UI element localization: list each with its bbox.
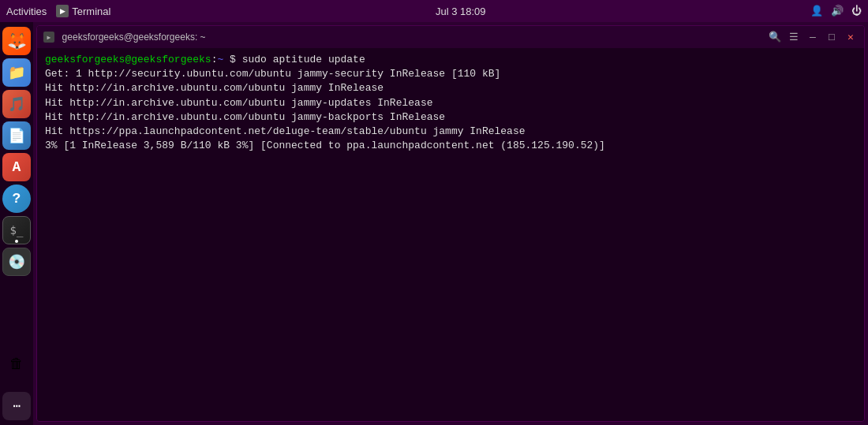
terminal-output-line: Hit http://in.archive.ubuntu.com/ubuntu … bbox=[45, 96, 856, 110]
text-editor-icon: 📄 bbox=[8, 127, 25, 144]
terminal-maximize-button[interactable]: □ bbox=[825, 30, 839, 44]
terminal-output-line: Hit http://in.archive.ubuntu.com/ubuntu … bbox=[45, 81, 856, 95]
dock-item-terminal[interactable]: $_ bbox=[2, 216, 31, 244]
terminal-taskbar-text: Terminal bbox=[72, 6, 110, 17]
terminal-window-title: geeksforgeeks@geeksforgeeks: ~ bbox=[62, 32, 206, 43]
dock-item-text-editor[interactable]: 📄 bbox=[2, 121, 31, 150]
terminal-minimize-button[interactable]: — bbox=[806, 30, 820, 44]
application-dock: 🦊 📁 🎵 📄 A ? $_ 💿 🗑 ⋯ bbox=[0, 22, 33, 425]
terminal-output-line: Hit http://in.archive.ubuntu.com/ubuntu … bbox=[45, 110, 856, 125]
files-icon: 📁 bbox=[8, 64, 25, 81]
people-icon[interactable]: 👤 bbox=[810, 5, 823, 17]
dock-item-dvd[interactable]: 💿 bbox=[2, 248, 31, 276]
terminal-titlebar: ▶ geeksforgeeks@geeksforgeeks: ~ 🔍 ☰ — □… bbox=[37, 26, 864, 48]
dock-item-software[interactable]: A bbox=[2, 153, 31, 181]
prompt-username: geeksforgeeks@geeksforgeeks bbox=[45, 54, 211, 65]
dock-item-firefox[interactable]: 🦊 bbox=[2, 27, 31, 55]
show-apps-icon: ⋯ bbox=[13, 398, 21, 414]
terminal-window-icon: ▶ bbox=[43, 32, 54, 43]
active-indicator bbox=[15, 240, 18, 243]
dock-item-rhythmbox[interactable]: 🎵 bbox=[2, 90, 31, 118]
terminal-body[interactable]: geeksforgeeks@geeksforgeeks:~ $ sudo apt… bbox=[37, 48, 864, 421]
firefox-icon: 🦊 bbox=[7, 32, 27, 51]
terminal-output-line: Get: 1 http://security.ubuntu.com/ubuntu… bbox=[45, 67, 856, 81]
show-apps-button[interactable]: ⋯ bbox=[2, 392, 31, 420]
trash-icon: 🗑 bbox=[9, 356, 24, 372]
dvd-icon: 💿 bbox=[8, 253, 25, 270]
terminal-window-controls: 🔍 ☰ — □ ✕ bbox=[768, 30, 858, 44]
prompt-command: sudo aptitude update bbox=[242, 54, 365, 65]
dock-item-trash[interactable]: 🗑 bbox=[2, 349, 31, 378]
terminal-output-line: 3% [1 InRelease 3,589 B/110 kB 3%] [Conn… bbox=[45, 139, 856, 153]
terminal-taskbar-item[interactable]: ▶ 🔍 Terminal bbox=[56, 5, 110, 17]
main-area: 🦊 📁 🎵 📄 A ? $_ 💿 🗑 ⋯ bbox=[0, 22, 868, 425]
terminal-search-button[interactable]: 🔍 bbox=[768, 30, 782, 44]
terminal-taskbar-icon: ▶ bbox=[56, 5, 69, 17]
terminal-prompt-line: geeksforgeeks@geeksforgeeks:~ $ sudo apt… bbox=[45, 53, 856, 67]
terminal-output-line: Hit https://ppa.launchpadcontent.net/del… bbox=[45, 125, 856, 139]
software-icon: A bbox=[13, 159, 21, 175]
dock-item-help[interactable]: ? bbox=[2, 185, 31, 213]
terminal-icon: $_ bbox=[10, 224, 24, 237]
terminal-close-button[interactable]: ✕ bbox=[844, 30, 858, 44]
volume-icon[interactable]: 🔊 bbox=[831, 5, 844, 17]
activities-button[interactable]: Activities bbox=[6, 6, 47, 17]
terminal-window: ▶ geeksforgeeks@geeksforgeeks: ~ 🔍 ☰ — □… bbox=[36, 25, 865, 422]
rhythmbox-icon: 🎵 bbox=[8, 95, 25, 113]
power-icon[interactable]: ⏻ bbox=[851, 6, 862, 17]
terminal-menu-button[interactable]: ☰ bbox=[787, 30, 801, 44]
help-icon: ? bbox=[13, 191, 21, 207]
system-datetime: Jul 3 18:09 bbox=[436, 6, 486, 17]
system-bar-left: Activities ▶ 🔍 Terminal bbox=[6, 5, 110, 17]
dock-item-files[interactable]: 📁 bbox=[2, 58, 31, 87]
system-bar-right: 👤 🔊 ⏻ bbox=[810, 5, 862, 17]
system-bar: Activities ▶ 🔍 Terminal Jul 3 18:09 👤 🔊 … bbox=[0, 0, 868, 22]
terminal-titlebar-left: ▶ geeksforgeeks@geeksforgeeks: ~ bbox=[43, 30, 206, 44]
